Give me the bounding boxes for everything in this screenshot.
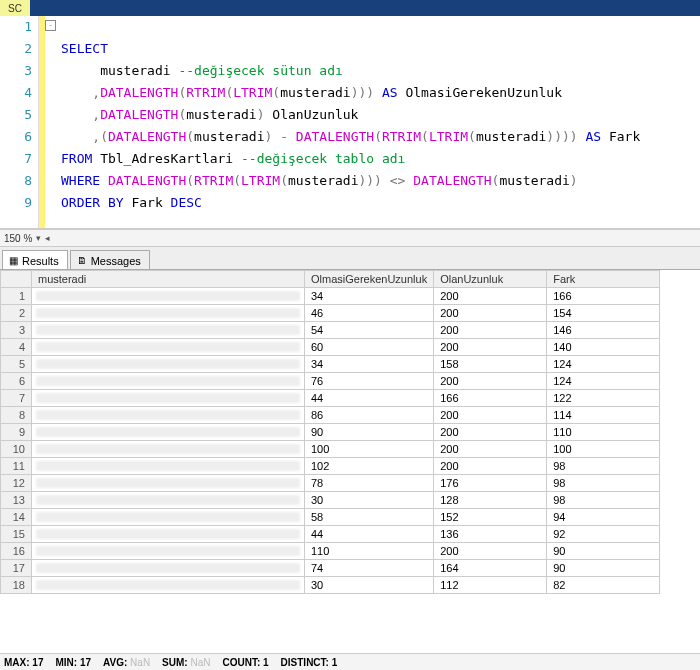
cell-olmasigereken[interactable]: 44 — [305, 526, 434, 543]
cell-musteradi[interactable] — [32, 305, 305, 322]
cell-olmasigereken[interactable]: 34 — [305, 288, 434, 305]
table-row[interactable]: 134200166 — [1, 288, 700, 305]
zoom-level[interactable]: 150 % — [4, 233, 32, 244]
cell-fark[interactable]: 100 — [547, 441, 660, 458]
cell-olan[interactable]: 200 — [434, 424, 547, 441]
cell-olan[interactable]: 200 — [434, 407, 547, 424]
table-row[interactable]: 460200140 — [1, 339, 700, 356]
cell-musteradi[interactable] — [32, 526, 305, 543]
cell-musteradi[interactable] — [32, 424, 305, 441]
cell-fark[interactable]: 98 — [547, 458, 660, 475]
cell-olmasigereken[interactable]: 54 — [305, 322, 434, 339]
cell-olan[interactable]: 166 — [434, 390, 547, 407]
cell-olmasigereken[interactable]: 44 — [305, 390, 434, 407]
cell-olan[interactable]: 158 — [434, 356, 547, 373]
cell-musteradi[interactable] — [32, 356, 305, 373]
cell-olmasigereken[interactable]: 102 — [305, 458, 434, 475]
cell-musteradi[interactable] — [32, 407, 305, 424]
cell-fark[interactable]: 114 — [547, 407, 660, 424]
table-row[interactable]: 1611020090 — [1, 543, 700, 560]
cell-olmasigereken[interactable]: 30 — [305, 577, 434, 594]
cell-musteradi[interactable] — [32, 475, 305, 492]
cell-fark[interactable]: 140 — [547, 339, 660, 356]
table-row[interactable]: 183011282 — [1, 577, 700, 594]
cell-olan[interactable]: 176 — [434, 475, 547, 492]
cell-musteradi[interactable] — [32, 441, 305, 458]
cell-olan[interactable]: 200 — [434, 441, 547, 458]
results-grid[interactable]: musteradi OlmasiGerekenUzunluk OlanUzunl… — [0, 270, 700, 658]
cell-fark[interactable]: 154 — [547, 305, 660, 322]
table-row[interactable]: 886200114 — [1, 407, 700, 424]
tab-results[interactable]: ▦ Results — [2, 250, 68, 269]
column-header[interactable]: OlmasiGerekenUzunluk — [305, 271, 434, 288]
cell-musteradi[interactable] — [32, 339, 305, 356]
table-row[interactable]: 534158124 — [1, 356, 700, 373]
chevron-icon[interactable]: ◂ — [45, 233, 50, 243]
document-tab[interactable]: SC — [0, 0, 30, 16]
cell-fark[interactable]: 90 — [547, 543, 660, 560]
cell-olan[interactable]: 164 — [434, 560, 547, 577]
table-row[interactable]: 177416490 — [1, 560, 700, 577]
cell-olan[interactable]: 200 — [434, 458, 547, 475]
cell-olmasigereken[interactable]: 76 — [305, 373, 434, 390]
table-row[interactable]: 744166122 — [1, 390, 700, 407]
table-row[interactable]: 354200146 — [1, 322, 700, 339]
cell-olmasigereken[interactable]: 86 — [305, 407, 434, 424]
cell-musteradi[interactable] — [32, 288, 305, 305]
cell-olmasigereken[interactable]: 90 — [305, 424, 434, 441]
cell-fark[interactable]: 122 — [547, 390, 660, 407]
cell-olan[interactable]: 200 — [434, 305, 547, 322]
cell-olmasigereken[interactable]: 46 — [305, 305, 434, 322]
cell-olan[interactable]: 152 — [434, 509, 547, 526]
cell-fark[interactable]: 124 — [547, 373, 660, 390]
cell-olmasigereken[interactable]: 30 — [305, 492, 434, 509]
table-row[interactable]: 145815294 — [1, 509, 700, 526]
table-row[interactable]: 1110220098 — [1, 458, 700, 475]
cell-olmasigereken[interactable]: 74 — [305, 560, 434, 577]
cell-fark[interactable]: 166 — [547, 288, 660, 305]
zoom-dropdown-icon[interactable]: ▾ — [36, 233, 41, 243]
cell-musteradi[interactable] — [32, 577, 305, 594]
table-row[interactable]: 127817698 — [1, 475, 700, 492]
cell-olmasigereken[interactable]: 110 — [305, 543, 434, 560]
cell-musteradi[interactable] — [32, 390, 305, 407]
fold-toggle-icon[interactable]: - — [45, 20, 56, 31]
cell-fark[interactable]: 90 — [547, 560, 660, 577]
cell-fark[interactable]: 92 — [547, 526, 660, 543]
cell-olan[interactable]: 136 — [434, 526, 547, 543]
cell-olan[interactable]: 200 — [434, 322, 547, 339]
cell-musteradi[interactable] — [32, 322, 305, 339]
cell-fark[interactable]: 124 — [547, 356, 660, 373]
cell-olan[interactable]: 200 — [434, 288, 547, 305]
cell-olan[interactable]: 128 — [434, 492, 547, 509]
cell-musteradi[interactable] — [32, 492, 305, 509]
cell-olmasigereken[interactable]: 58 — [305, 509, 434, 526]
cell-musteradi[interactable] — [32, 458, 305, 475]
cell-fark[interactable]: 98 — [547, 475, 660, 492]
cell-olmasigereken[interactable]: 78 — [305, 475, 434, 492]
code-text[interactable]: SELECT musteradi --değişecek sütun adı ,… — [55, 16, 700, 228]
table-row[interactable]: 676200124 — [1, 373, 700, 390]
tab-messages[interactable]: 🗎 Messages — [70, 250, 150, 269]
table-row[interactable]: 246200154 — [1, 305, 700, 322]
table-row[interactable]: 133012898 — [1, 492, 700, 509]
cell-olmasigereken[interactable]: 34 — [305, 356, 434, 373]
column-header[interactable]: musteradi — [32, 271, 305, 288]
cell-musteradi[interactable] — [32, 373, 305, 390]
table-row[interactable]: 154413692 — [1, 526, 700, 543]
cell-olan[interactable]: 200 — [434, 543, 547, 560]
table-row[interactable]: 990200110 — [1, 424, 700, 441]
cell-fark[interactable]: 98 — [547, 492, 660, 509]
cell-olmasigereken[interactable]: 60 — [305, 339, 434, 356]
cell-fark[interactable]: 146 — [547, 322, 660, 339]
cell-olan[interactable]: 200 — [434, 373, 547, 390]
cell-olmasigereken[interactable]: 100 — [305, 441, 434, 458]
cell-musteradi[interactable] — [32, 509, 305, 526]
cell-fark[interactable]: 94 — [547, 509, 660, 526]
column-header[interactable]: OlanUzunluk — [434, 271, 547, 288]
cell-olan[interactable]: 112 — [434, 577, 547, 594]
cell-musteradi[interactable] — [32, 560, 305, 577]
code-editor[interactable]: 1 2 3 4 5 6 7 8 9 - SELECT musteradi --d… — [0, 16, 700, 229]
cell-fark[interactable]: 110 — [547, 424, 660, 441]
cell-olan[interactable]: 200 — [434, 339, 547, 356]
